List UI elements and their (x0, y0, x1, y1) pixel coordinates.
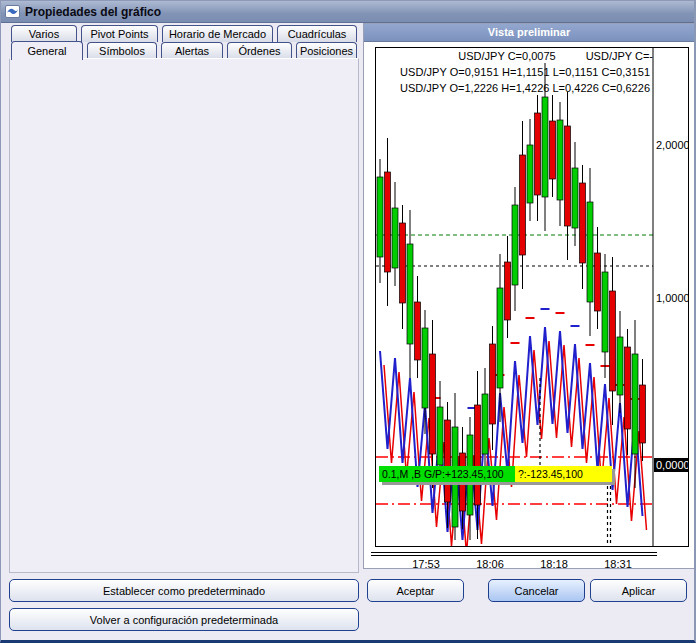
svg-text:?:-123.45,100: ?:-123.45,100 (518, 468, 583, 480)
chart-properties-dialog: Propiedades del gráfico Varios Pivot Poi… (0, 0, 696, 643)
time-label-1: 17:53 (404, 558, 448, 570)
time-label-3: 18:18 (532, 558, 576, 570)
restore-default-button[interactable]: Volver a configuración predeterminada (9, 608, 359, 631)
svg-text:USD/JPY C=-: USD/JPY C=- (586, 50, 654, 62)
svg-text:USD/JPY C=0,0075: USD/JPY C=0,0075 (458, 50, 555, 62)
tab-alertas[interactable]: Alertas (161, 42, 223, 59)
svg-text:2,0000: 2,0000 (656, 139, 688, 151)
general-tab-panel (9, 58, 359, 573)
tab-ordenes[interactable]: Órdenes (227, 42, 292, 59)
tab-pivot-points[interactable]: Pivot Points (81, 25, 158, 42)
cancel-button[interactable]: Cancelar (488, 579, 585, 602)
svg-text:0.1,M ,B G/P:+123.45,100: 0.1,M ,B G/P:+123.45,100 (382, 468, 504, 480)
tab-posiciones[interactable]: Posiciones (296, 42, 357, 59)
tab-simbolos[interactable]: Símbolos (87, 42, 157, 59)
time-label-2: 18:06 (468, 558, 512, 570)
tab-horario-de-mercado[interactable]: Horario de Mercado (162, 25, 273, 42)
svg-text:USD/JPY O=1,2226 H=1,4226 L=0,: USD/JPY O=1,2226 H=1,4226 L=0,4226 C=0,6… (400, 82, 650, 94)
tab-general[interactable]: General (11, 41, 83, 60)
apply-button[interactable]: Aplicar (590, 579, 687, 602)
time-axis-separator (371, 552, 657, 556)
tab-cuadriculas[interactable]: Cuadrículas (277, 25, 357, 42)
accept-button[interactable]: Aceptar (367, 579, 464, 602)
time-label-4: 18:31 (596, 558, 640, 570)
app-icon (5, 5, 20, 18)
svg-text:1,0000: 1,0000 (656, 292, 688, 304)
preview-chart-svg: USD/JPY C=0,0075USD/JPY C=-USD/JPY O=0,9… (376, 48, 688, 546)
preview-chart: USD/JPY C=0,0075USD/JPY C=-USD/JPY O=0,9… (375, 47, 689, 547)
title-bar[interactable]: Propiedades del gráfico (1, 1, 694, 23)
set-as-default-button[interactable]: Establecer como predeterminado (9, 579, 359, 602)
preview-header: Vista preliminar (364, 24, 694, 42)
svg-text:0,0000: 0,0000 (656, 459, 688, 471)
tab-varios[interactable]: Varios (11, 25, 77, 42)
svg-text:USD/JPY O=0,9151 H=1,1151 L=0,: USD/JPY O=0,9151 H=1,1151 L=0,1151 C=0,3… (400, 66, 650, 78)
window-title: Propiedades del gráfico (25, 5, 161, 19)
